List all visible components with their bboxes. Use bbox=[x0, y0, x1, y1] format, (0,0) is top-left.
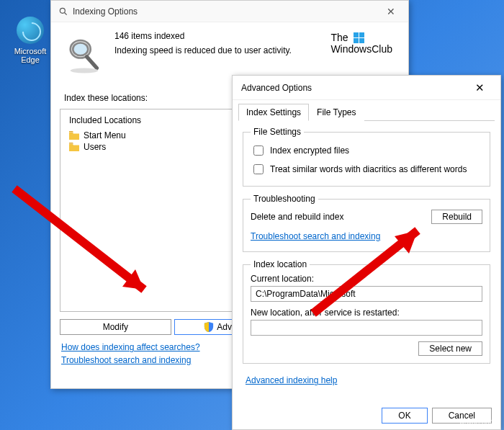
checkbox-index-encrypted[interactable]: Index encrypted files bbox=[251, 141, 482, 160]
watermark-brand: The WindowsClub bbox=[330, 32, 392, 55]
file-settings-group: File Settings Index encrypted files Trea… bbox=[243, 127, 490, 187]
svg-rect-7 bbox=[359, 38, 364, 43]
current-location-field[interactable]: C:\ProgramData\Microsoft bbox=[251, 286, 482, 302]
svg-point-2 bbox=[73, 43, 88, 56]
advanced-indexing-help-link[interactable]: Advanced indexing help bbox=[246, 375, 337, 385]
desktop-icon-label: Microsoft Edge bbox=[13, 47, 48, 64]
window-title: Advanced Options bbox=[241, 83, 468, 93]
folder-icon bbox=[69, 143, 79, 151]
folder-icon bbox=[69, 131, 79, 140]
page-watermark: wsxdn.com bbox=[459, 418, 495, 426]
troubleshoot-link[interactable]: Troubleshoot search and indexing bbox=[61, 355, 191, 365]
delete-rebuild-label: Delete and rebuild index bbox=[251, 212, 343, 222]
indexing-icon bbox=[58, 6, 68, 17]
magnifier-icon bbox=[64, 35, 104, 76]
modify-button[interactable]: Modify bbox=[60, 319, 171, 335]
rebuild-button[interactable]: Rebuild bbox=[431, 210, 482, 224]
titlebar-indexing[interactable]: Indexing Options ✕ bbox=[51, 1, 408, 22]
windows-logo-icon bbox=[354, 32, 365, 44]
ok-button[interactable]: OK bbox=[382, 408, 427, 424]
window-advanced-options: Advanced Options ✕ Index Settings File T… bbox=[232, 75, 501, 430]
troubleshooting-legend: Troubleshooting bbox=[251, 194, 318, 204]
items-indexed-count: 146 items indexed bbox=[114, 31, 292, 41]
svg-rect-6 bbox=[354, 38, 359, 43]
close-icon[interactable]: ✕ bbox=[468, 80, 492, 96]
indexing-speed-label: Indexing speed is reduced due to user ac… bbox=[114, 45, 292, 55]
troubleshooting-group: Troubleshooting Delete and rebuild index… bbox=[243, 194, 490, 252]
titlebar-advanced[interactable]: Advanced Options ✕ bbox=[233, 76, 500, 100]
desktop-icon-edge[interactable]: Microsoft Edge bbox=[13, 17, 48, 64]
help-link-indexing-searches[interactable]: How does indexing affect searches? bbox=[61, 342, 200, 352]
list-item-label: Start Menu bbox=[84, 130, 126, 140]
select-new-button[interactable]: Select new bbox=[418, 341, 482, 356]
index-location-group: Index location Current location: C:\Prog… bbox=[243, 259, 490, 364]
close-icon[interactable]: ✕ bbox=[381, 4, 401, 19]
tab-index-settings[interactable]: Index Settings bbox=[238, 104, 309, 121]
svg-rect-4 bbox=[354, 32, 359, 37]
uac-shield-icon bbox=[204, 322, 214, 332]
svg-point-3 bbox=[71, 68, 99, 73]
new-location-label: New location, after service is restarted… bbox=[251, 308, 482, 318]
svg-rect-5 bbox=[359, 32, 364, 37]
file-settings-legend: File Settings bbox=[251, 127, 304, 137]
index-location-legend: Index location bbox=[251, 259, 310, 269]
edge-icon bbox=[17, 17, 44, 44]
tab-bar: Index Settings File Types bbox=[238, 103, 495, 121]
new-location-field[interactable] bbox=[251, 320, 482, 336]
checkbox-input[interactable] bbox=[253, 164, 264, 174]
tab-file-types[interactable]: File Types bbox=[309, 104, 364, 121]
checkbox-diacritics[interactable]: Treat similar words with diacritics as d… bbox=[251, 160, 482, 179]
troubleshoot-search-link[interactable]: Troubleshoot search and indexing bbox=[251, 231, 380, 241]
window-title: Indexing Options bbox=[73, 6, 381, 17]
current-location-label: Current location: bbox=[251, 274, 482, 284]
svg-point-0 bbox=[60, 8, 65, 13]
checkbox-input[interactable] bbox=[253, 145, 264, 156]
list-item-label: Users bbox=[84, 142, 106, 152]
